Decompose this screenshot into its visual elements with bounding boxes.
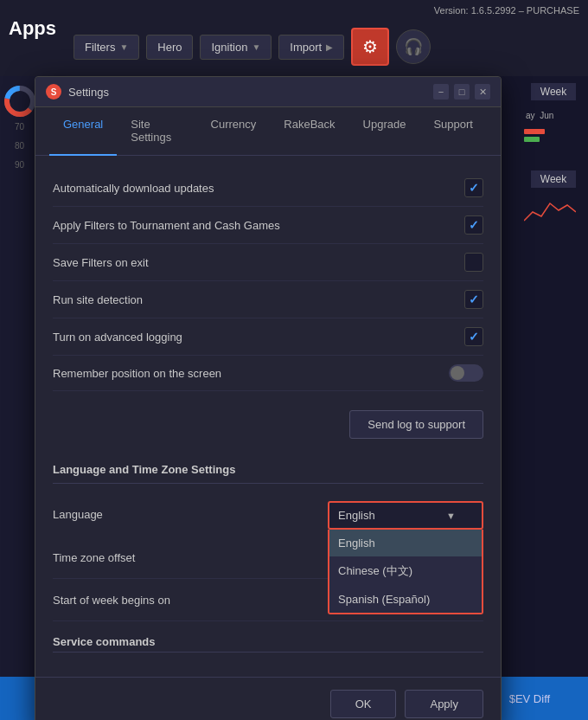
checkmark-icon-3: ✓	[469, 292, 479, 306]
right-chart-2	[524, 195, 583, 229]
donut-chart	[3, 85, 36, 118]
auto-download-toggle[interactable]: ✓	[464, 178, 483, 197]
filters-button[interactable]: Filters ▼	[74, 35, 139, 60]
checkmark-icon-2: ✓	[469, 218, 479, 232]
import-button[interactable]: Import ▶	[278, 35, 344, 60]
left-chart-numbers: 70 80 90	[15, 118, 24, 175]
run-detection-label: Run site detection	[53, 293, 143, 306]
ay-label: ay Jun	[519, 107, 588, 124]
tab-upgrade[interactable]: Upgrade	[349, 107, 420, 156]
left-panel: 70 80 90	[0, 76, 39, 677]
setting-row-auto-download: Automatically download updates ✓	[53, 170, 483, 207]
ignition-label: Ignition	[211, 41, 247, 54]
filters-label: Filters	[85, 41, 115, 54]
language-option-english[interactable]: English	[329, 530, 482, 556]
version-text: Version: 1.6.5.2992 – PURCHASE	[434, 5, 579, 16]
week-badge-1: Week	[531, 83, 576, 100]
dialog-titlebar: S Settings − □ ✕	[35, 77, 501, 107]
save-filters-label: Save Filters on exit	[53, 256, 149, 269]
setting-row-apply-filters: Apply Filters to Tournament and Cash Gam…	[53, 207, 483, 244]
setting-row-advanced-logging: Turn on advanced logging ✓	[53, 318, 483, 356]
close-button[interactable]: ✕	[475, 84, 490, 100]
service-commands-heading: Service commands	[53, 635, 483, 648]
language-row: Language English ▼ English Chinese (中文) …	[53, 494, 483, 537]
import-arrow-icon: ▶	[326, 42, 333, 52]
week-start-label: Start of week begins on	[53, 594, 170, 607]
settings-dialog-icon: S	[46, 84, 61, 100]
language-option-chinese[interactable]: Chinese (中文)	[329, 556, 482, 586]
gear-button[interactable]: ⚙	[351, 28, 389, 66]
headset-button[interactable]: 🎧	[396, 29, 431, 64]
mini-line-chart	[524, 195, 576, 225]
restore-button[interactable]: □	[454, 84, 470, 100]
section-divider	[53, 483, 483, 484]
language-dropdown[interactable]: English ▼	[328, 501, 483, 530]
headset-icon: 🎧	[404, 37, 423, 56]
dialog-body: Automatically download updates ✓ Apply F…	[35, 156, 501, 677]
language-label: Language	[53, 501, 103, 521]
dropdown-arrow-icon: ▼	[446, 511, 456, 521]
hero-button[interactable]: Hero	[146, 35, 193, 60]
send-log-area: Send log to support	[53, 400, 483, 449]
send-log-button[interactable]: Send log to support	[349, 410, 483, 439]
language-option-spanish[interactable]: Spanish (Español)	[329, 586, 482, 613]
language-selected-value: English	[338, 509, 375, 522]
apply-filters-toggle[interactable]: ✓	[464, 215, 483, 235]
tab-support[interactable]: Support	[419, 107, 487, 156]
ok-button[interactable]: OK	[330, 690, 397, 718]
week-badge-2: Week	[531, 170, 576, 188]
settings-dialog: S Settings − □ ✕ General Site Settings C…	[35, 76, 502, 720]
setting-row-save-filters: Save Filters on exit	[53, 244, 483, 281]
import-label: Import	[290, 41, 322, 54]
service-divider	[53, 652, 483, 652]
language-dropdown-wrapper: English ▼ English Chinese (中文) Spanish (…	[328, 501, 483, 530]
language-section-heading: Language and Time Zone Settings	[53, 463, 483, 476]
top-bar: Version: 1.6.5.2992 – PURCHASE Apps Filt…	[0, 0, 588, 76]
tab-general[interactable]: General	[49, 107, 117, 156]
save-filters-toggle[interactable]	[464, 253, 483, 272]
remember-position-toggle[interactable]	[449, 364, 483, 382]
hero-label: Hero	[157, 41, 182, 54]
apply-filters-label: Apply Filters to Tournament and Cash Gam…	[53, 219, 280, 232]
tab-rakeback[interactable]: RakeBack	[270, 107, 348, 156]
setting-row-remember-position: Remember position on the screen	[53, 356, 483, 391]
top-controls: Filters ▼ Hero Ignition ▼ Import ▶ ⚙ 🎧	[74, 28, 431, 66]
dialog-footer: OK Apply	[35, 677, 501, 720]
apps-label: Apps	[9, 0, 56, 40]
dialog-controls: − □ ✕	[433, 84, 490, 100]
ignition-button[interactable]: Ignition ▼	[200, 35, 272, 60]
settings-tabs: General Site Settings Currency RakeBack …	[35, 107, 501, 156]
auto-download-label: Automatically download updates	[53, 182, 214, 195]
apply-button[interactable]: Apply	[405, 690, 483, 718]
tab-currency[interactable]: Currency	[197, 107, 271, 156]
run-detection-toggle[interactable]: ✓	[464, 290, 483, 309]
remember-position-label: Remember position on the screen	[53, 367, 221, 380]
minimize-button[interactable]: −	[433, 84, 449, 100]
right-chart-1	[524, 129, 583, 164]
tab-site-settings[interactable]: Site Settings	[117, 107, 196, 156]
checkmark-icon-4: ✓	[469, 330, 479, 344]
timezone-label: Time zone offset	[53, 551, 135, 564]
language-dropdown-list: English Chinese (中文) Spanish (Español)	[328, 530, 483, 614]
dialog-title-left: S Settings	[46, 84, 109, 100]
gear-icon: ⚙	[362, 36, 378, 57]
advanced-logging-label: Turn on advanced logging	[53, 331, 182, 344]
advanced-logging-toggle[interactable]: ✓	[464, 327, 483, 346]
filters-arrow-icon: ▼	[119, 42, 128, 52]
ignition-arrow-icon: ▼	[252, 42, 260, 52]
right-panel: Week ay Jun Week	[519, 76, 588, 677]
setting-row-run-detection: Run site detection ✓	[53, 281, 483, 318]
checkmark-icon: ✓	[469, 181, 479, 195]
dialog-title-text: Settings	[68, 86, 109, 99]
